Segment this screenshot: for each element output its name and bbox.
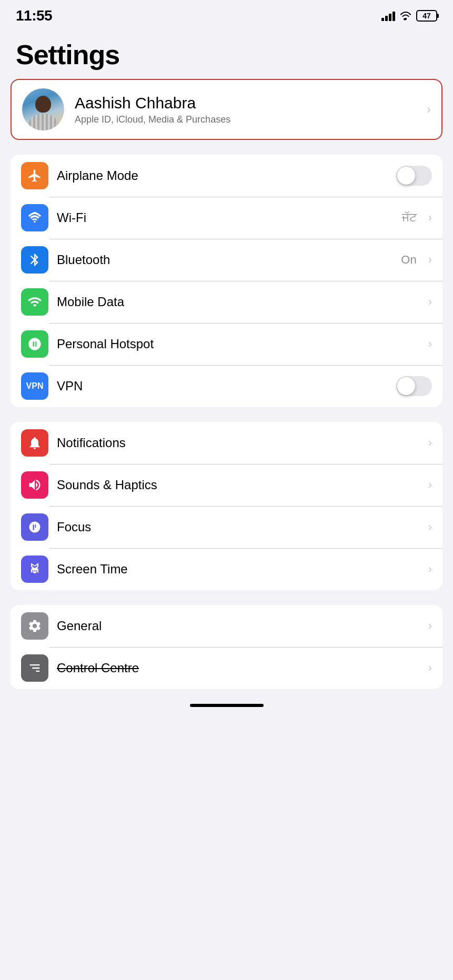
airplane-mode-label: Airplane Mode	[57, 168, 388, 183]
status-bar: 11:55 47	[0, 0, 453, 28]
mobile-data-chevron: ›	[428, 295, 432, 309]
profile-info: Aashish Chhabra Apple ID, iCloud, Media …	[75, 94, 416, 125]
general-label: General	[57, 619, 420, 633]
general-chevron: ›	[428, 619, 432, 633]
page-header: Settings	[0, 28, 453, 79]
bluetooth-chevron: ›	[428, 253, 432, 267]
system-settings-group: Notifications › Sounds & Haptics › Focus…	[11, 422, 442, 590]
wifi-row[interactable]: Wi-Fi ਜੱਟ ›	[11, 197, 442, 239]
sounds-label: Sounds & Haptics	[57, 478, 420, 492]
focus-row[interactable]: Focus ›	[11, 506, 442, 548]
wifi-chevron: ›	[428, 211, 432, 225]
bluetooth-row[interactable]: Bluetooth On ›	[11, 239, 442, 281]
notifications-label: Notifications	[57, 436, 420, 450]
notifications-icon	[21, 429, 48, 457]
mobile-data-icon	[21, 288, 48, 316]
vpn-icon: VPN	[21, 372, 48, 400]
status-time: 11:55	[16, 7, 52, 24]
airplane-mode-row[interactable]: Airplane Mode	[11, 155, 442, 197]
screen-time-label: Screen Time	[57, 562, 420, 577]
battery-icon: 47	[416, 10, 437, 22]
avatar	[22, 88, 64, 130]
control-centre-chevron: ›	[428, 661, 432, 675]
general-icon	[21, 612, 48, 640]
sounds-row[interactable]: Sounds & Haptics ›	[11, 464, 442, 506]
more-settings-group: General › Control Centre ›	[11, 605, 442, 689]
signal-icon	[381, 11, 395, 21]
control-centre-row[interactable]: Control Centre ›	[11, 647, 442, 689]
bluetooth-value: On	[401, 253, 416, 267]
sounds-chevron: ›	[428, 478, 432, 492]
vpn-row[interactable]: VPN VPN	[11, 365, 442, 407]
notifications-chevron: ›	[428, 436, 432, 450]
wifi-label: Wi-Fi	[57, 210, 394, 225]
bluetooth-icon	[21, 246, 48, 274]
focus-label: Focus	[57, 520, 420, 534]
control-centre-icon	[21, 654, 48, 682]
page-title: Settings	[16, 39, 437, 70]
personal-hotspot-chevron: ›	[428, 337, 432, 351]
screen-time-row[interactable]: Screen Time ›	[11, 548, 442, 590]
screen-time-icon	[21, 555, 48, 583]
notifications-row[interactable]: Notifications ›	[11, 422, 442, 464]
focus-icon	[21, 513, 48, 541]
profile-card[interactable]: Aashish Chhabra Apple ID, iCloud, Media …	[11, 79, 442, 140]
mobile-data-label: Mobile Data	[57, 295, 420, 309]
svg-point-0	[405, 18, 407, 20]
vpn-toggle[interactable]	[396, 376, 432, 396]
vpn-label: VPN	[57, 379, 388, 393]
status-icons: 47	[381, 10, 437, 22]
profile-chevron: ›	[427, 102, 431, 117]
screen-time-chevron: ›	[428, 562, 432, 576]
airplane-mode-icon	[21, 162, 48, 189]
bluetooth-label: Bluetooth	[57, 252, 392, 267]
profile-subtitle: Apple ID, iCloud, Media & Purchases	[75, 114, 416, 125]
personal-hotspot-row[interactable]: Personal Hotspot ›	[11, 323, 442, 365]
focus-chevron: ›	[428, 520, 432, 534]
control-centre-label: Control Centre	[57, 661, 420, 675]
wifi-icon	[21, 204, 48, 231]
personal-hotspot-label: Personal Hotspot	[57, 337, 420, 351]
general-row[interactable]: General ›	[11, 605, 442, 647]
wifi-status-icon	[399, 11, 412, 21]
home-indicator	[190, 704, 264, 707]
personal-hotspot-icon	[21, 330, 48, 358]
profile-name: Aashish Chhabra	[75, 94, 416, 112]
wifi-value: ਜੱਟ	[402, 211, 417, 225]
mobile-data-row[interactable]: Mobile Data ›	[11, 281, 442, 323]
network-settings-group: Airplane Mode Wi-Fi ਜੱਟ › Bluetooth On ›…	[11, 155, 442, 407]
sounds-icon	[21, 471, 48, 499]
airplane-mode-toggle[interactable]	[396, 166, 432, 186]
